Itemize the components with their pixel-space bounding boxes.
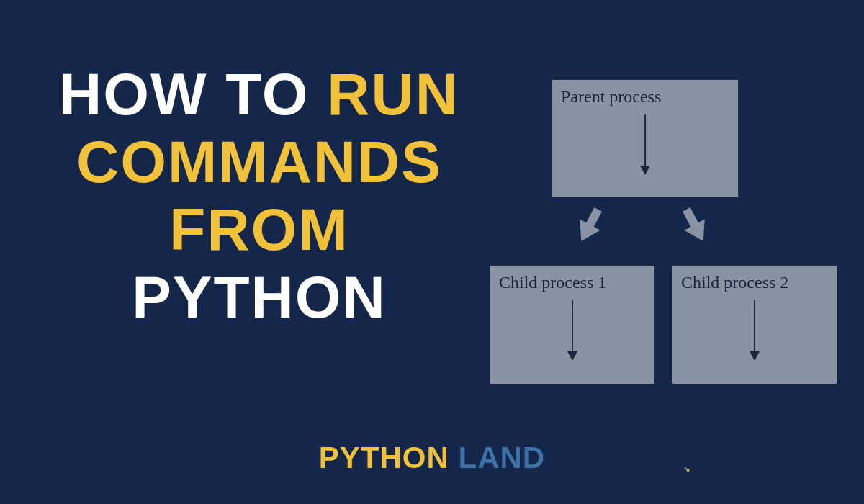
child-process-1-label: Child process 1 — [499, 273, 606, 292]
headline-word: PYTHON — [132, 264, 387, 331]
process-diagram: Parent process Child process 1 Child pro… — [490, 79, 850, 389]
child-process-2-label: Child process 2 — [681, 273, 788, 292]
arrow-down-icon — [644, 114, 646, 174]
brand-wordmark: PYTHON LAND — [0, 441, 864, 475]
arrow-down-icon — [572, 300, 573, 359]
brand-word-2: LAND — [459, 441, 546, 474]
parent-process-box: Parent process — [552, 79, 739, 198]
headline-word: TO — [225, 60, 309, 128]
headline-word: FROM — [169, 196, 348, 264]
headline-word: HOW — [59, 60, 207, 128]
svg-point-1 — [687, 469, 690, 472]
child-process-1-box: Child process 1 — [490, 265, 655, 384]
headline-word: COMMANDS — [76, 128, 442, 196]
headline-title: HOW TO RUN COMMANDS FROM PYTHON — [50, 60, 468, 331]
arrow-to-child2-icon — [680, 207, 708, 245]
child-process-2-box: Child process 2 — [672, 265, 837, 384]
arrow-down-icon — [754, 300, 755, 359]
arrow-to-child1-icon — [575, 207, 603, 245]
brand-word-1: PYTHON — [319, 441, 449, 474]
python-logo-icon — [684, 467, 688, 471]
svg-point-0 — [684, 467, 687, 470]
headline-word: RUN — [327, 60, 459, 128]
parent-process-label: Parent process — [561, 87, 661, 106]
